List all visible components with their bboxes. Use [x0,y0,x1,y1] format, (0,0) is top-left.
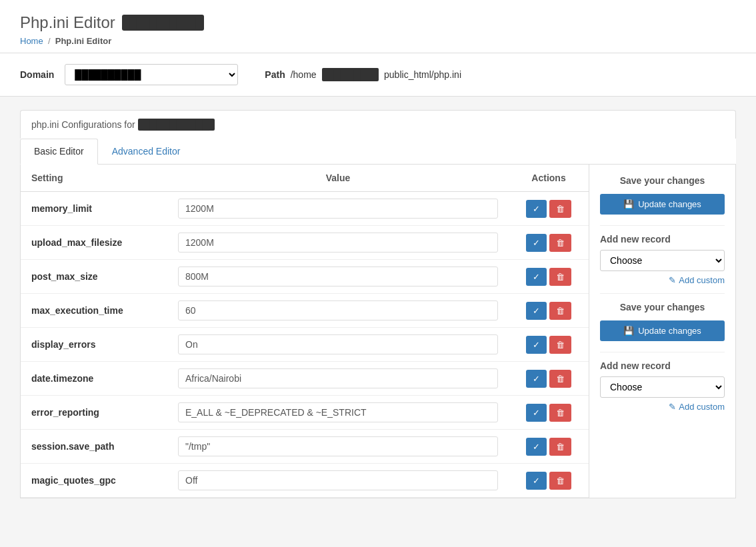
setting-actions: ✓🗑 [509,192,589,226]
setting-value-input[interactable] [178,470,498,490]
save-label-bottom: Save your changes [600,302,725,312]
setting-value-cell [167,396,509,430]
tab-advanced-editor[interactable]: Advanced Editor [98,139,195,164]
setting-value-cell [167,464,509,498]
setting-value-input[interactable] [178,267,498,286]
save-row-button[interactable]: ✓ [526,302,547,320]
setting-value-input[interactable] [178,199,498,219]
delete-row-button[interactable]: 🗑 [549,472,571,490]
main-content: php.ini Configurations for ██████████ Ba… [0,97,756,512]
divider-mid [600,293,725,294]
table-row: upload_max_filesize✓🗑 [21,226,589,260]
save-row-button[interactable]: ✓ [526,370,547,388]
save-row-button[interactable]: ✓ [526,336,547,354]
page-title: Php.ini Editor ██████████ [20,13,736,32]
setting-actions: ✓🗑 [509,328,589,362]
config-label: php.ini Configurations for [31,119,135,130]
setting-actions: ✓🗑 [509,294,589,328]
delete-row-button[interactable]: 🗑 [549,302,571,320]
editor-content: Setting Value Actions memory_limit✓🗑uplo… [20,165,736,498]
edit-icon-bottom: ✎ [669,402,676,412]
page-title-text: Php.ini Editor [20,13,115,32]
table-row: error_reporting✓🗑 [21,396,589,430]
setting-value-cell [167,328,509,362]
save-row-button[interactable]: ✓ [526,234,547,252]
section-header: php.ini Configurations for ██████████ [20,110,736,139]
setting-name: error_reporting [21,396,167,430]
save-row-button[interactable]: ✓ [526,472,547,490]
add-custom-link-bottom[interactable]: ✎ Add custom [600,402,725,412]
save-row-button[interactable]: ✓ [526,438,547,456]
setting-value-cell [167,294,509,328]
divider-top [600,225,725,226]
path-prefix: /home [291,69,317,80]
setting-value-input[interactable] [178,233,498,253]
config-bar: Domain ██████████ Path /home ███████ pub… [0,53,756,97]
tabs-bar: Basic Editor Advanced Editor [20,139,736,165]
choose-select-top[interactable]: Choose [600,250,725,271]
setting-value-cell [167,192,509,226]
setting-actions: ✓🗑 [509,464,589,498]
save-icon-top: 💾 [623,199,634,209]
path-highlight: ███████ [322,68,379,81]
divider-bottom [600,352,725,352]
path-label: Path [265,69,285,80]
setting-name: max_execution_time [21,294,167,328]
path-suffix: public_html/php.ini [384,69,461,80]
breadcrumb-current: Php.ini Editor [55,36,112,46]
save-row-button[interactable]: ✓ [526,200,547,218]
add-custom-link-top[interactable]: ✎ Add custom [600,275,725,285]
delete-row-button[interactable]: 🗑 [549,234,571,252]
col-value: Value [167,165,509,192]
table-row: post_max_size✓🗑 [21,260,589,294]
save-icon-bottom: 💾 [623,326,634,336]
right-panel: Save your changes 💾 Update changes Add n… [589,165,735,498]
table-row: display_errors✓🗑 [21,328,589,362]
col-actions: Actions [509,165,589,192]
delete-row-button[interactable]: 🗑 [549,370,571,388]
setting-value-input[interactable] [178,334,498,354]
setting-value-input[interactable] [178,436,498,456]
setting-name: display_errors [21,328,167,362]
setting-value-input[interactable] [178,402,498,422]
col-setting: Setting [21,165,167,192]
setting-name: date.timezone [21,362,167,396]
setting-value-cell [167,260,509,294]
setting-actions: ✓🗑 [509,396,589,430]
update-changes-button-top[interactable]: 💾 Update changes [600,194,725,215]
save-label-top: Save your changes [600,175,725,186]
save-row-button[interactable]: ✓ [526,404,547,422]
breadcrumb-home[interactable]: Home [20,36,43,46]
table-section: Setting Value Actions memory_limit✓🗑uplo… [21,165,589,498]
setting-value-cell [167,226,509,260]
delete-row-button[interactable]: 🗑 [549,404,571,422]
update-changes-button-bottom[interactable]: 💾 Update changes [600,320,725,341]
delete-row-button[interactable]: 🗑 [549,268,571,286]
edit-icon-top: ✎ [669,275,676,285]
setting-value-input[interactable] [178,368,498,388]
setting-name: magic_quotes_gpc [21,464,167,498]
domain-select[interactable]: ██████████ [65,64,238,85]
table-row: magic_quotes_gpc✓🗑 [21,464,589,498]
table-row: date.timezone✓🗑 [21,362,589,396]
title-badge: ██████████ [122,15,204,31]
setting-name: upload_max_filesize [21,226,167,260]
add-record-label-top: Add new record [600,234,725,245]
delete-row-button[interactable]: 🗑 [549,438,571,456]
tab-basic-editor[interactable]: Basic Editor [20,139,98,165]
save-row-button[interactable]: ✓ [526,268,547,286]
setting-actions: ✓🗑 [509,430,589,464]
top-header: Php.ini Editor ██████████ Home / Php.ini… [0,0,756,53]
setting-value-input[interactable] [178,300,498,320]
setting-name: memory_limit [21,192,167,226]
setting-name: session.save_path [21,430,167,464]
table-row: memory_limit✓🗑 [21,192,589,226]
settings-table: Setting Value Actions memory_limit✓🗑uplo… [21,165,589,498]
setting-actions: ✓🗑 [509,362,589,396]
config-highlight: ██████████ [138,119,215,131]
choose-select-bottom[interactable]: Choose [600,376,725,398]
path-section: Path /home ███████ public_html/php.ini [265,68,461,81]
delete-row-button[interactable]: 🗑 [549,200,571,218]
setting-name: post_max_size [21,260,167,294]
delete-row-button[interactable]: 🗑 [549,336,571,354]
